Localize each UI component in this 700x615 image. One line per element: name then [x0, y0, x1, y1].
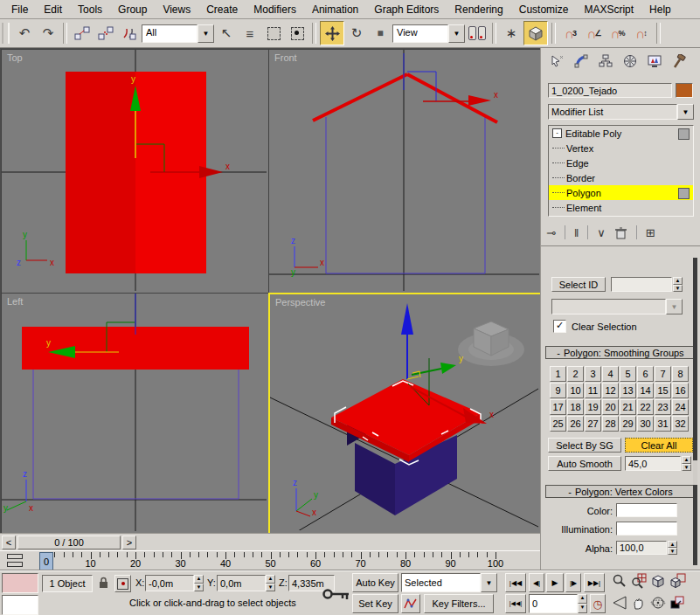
gizmo-y-arrow[interactable] — [440, 363, 456, 374]
show-end-result-button[interactable]: ‖ — [574, 226, 579, 239]
menu-graph-editors[interactable]: Graph Editors — [366, 2, 447, 17]
smoothing-group-22[interactable]: 22 — [637, 399, 654, 415]
stack-item-vertex[interactable]: Vertex — [549, 141, 693, 155]
play-button[interactable]: ▶ — [546, 573, 564, 592]
bind-to-space-warp-button[interactable] — [118, 22, 141, 45]
zoom-extents-all-button[interactable] — [669, 573, 686, 592]
previous-frame-playback-button[interactable]: ◀| — [529, 573, 544, 592]
auto-smooth-field[interactable]: 45,0 — [625, 456, 681, 471]
smoothing-group-19[interactable]: 19 — [585, 399, 601, 415]
menu-animation[interactable]: Animation — [304, 2, 366, 17]
toolbar-grip[interactable] — [2, 23, 10, 44]
smoothing-group-5[interactable]: 5 — [620, 366, 636, 382]
viewport-perspective[interactable]: y x z y x Perspective — [268, 293, 544, 536]
keyboard-shortcut-override-toggle[interactable] — [523, 21, 548, 45]
smoothing-group-28[interactable]: 28 — [602, 416, 619, 432]
spinner-down-icon[interactable]: ▼ — [673, 285, 683, 293]
current-frame-spinner[interactable]: ▲▼ — [578, 594, 587, 613]
window-crossing-toggle[interactable] — [286, 22, 308, 45]
smoothing-group-2[interactable]: 2 — [567, 366, 584, 382]
smoothing-group-30[interactable]: 30 — [637, 416, 654, 432]
select-and-link-button[interactable] — [71, 22, 94, 45]
smoothing-group-10[interactable]: 10 — [567, 383, 584, 398]
x-coord-field[interactable]: -0,0m — [145, 575, 194, 591]
previous-frame-button[interactable]: < — [2, 536, 16, 549]
collapse-icon[interactable]: - — [552, 128, 562, 138]
next-frame-button[interactable]: > — [122, 536, 136, 549]
mirror-button[interactable] — [466, 22, 489, 45]
smoothing-group-26[interactable]: 26 — [567, 416, 584, 432]
redo-button[interactable]: ↷ — [37, 22, 59, 45]
smoothing-groups-rollout-header[interactable]: - Polygon: Smoothing Groups — [545, 346, 696, 359]
rectangular-selection-region-button[interactable] — [262, 22, 285, 45]
smoothing-group-11[interactable]: 11 — [585, 383, 601, 398]
pin-stack-button[interactable]: ⊸ — [546, 226, 556, 239]
object-color-swatch[interactable] — [676, 83, 693, 98]
select-and-manipulate-button[interactable]: ∗ — [500, 22, 523, 45]
smoothing-group-21[interactable]: 21 — [620, 399, 636, 415]
gizmo-x-arrow[interactable] — [468, 95, 491, 106]
open-mini-curve-editor-button[interactable] — [3, 553, 26, 568]
make-unique-button[interactable]: ∨ — [597, 226, 606, 239]
key-mode-toggle[interactable]: |◀◀| — [505, 594, 526, 613]
smoothing-group-9[interactable]: 9 — [550, 383, 566, 398]
smoothing-group-8[interactable]: 8 — [672, 366, 689, 382]
stack-item-editable-poly[interactable]: -Editable Poly — [549, 126, 693, 141]
modifier-stack-list[interactable]: -Editable PolyVertexEdgeBorderPolygonEle… — [548, 125, 694, 217]
smoothing-group-31[interactable]: 31 — [655, 416, 671, 432]
clear-selection-checkbox[interactable]: ✓ — [553, 320, 566, 333]
zoom-extents-button[interactable] — [650, 573, 667, 592]
viewport-label-top[interactable]: Top — [7, 52, 23, 63]
time-slider-handle[interactable]: 0 — [39, 552, 53, 570]
stack-item-border[interactable]: Border — [549, 170, 693, 185]
smoothing-group-18[interactable]: 18 — [567, 399, 584, 415]
spinner-down-icon[interactable]: ▼ — [682, 464, 691, 472]
house-model[interactable] — [331, 379, 481, 515]
auto-smooth-spinner[interactable]: ▲ ▼ — [682, 456, 691, 471]
undo-button[interactable]: ↶ — [13, 22, 36, 45]
select-and-rotate-button[interactable]: ↻ — [345, 22, 368, 45]
viewport-front[interactable]: x z x y Front — [268, 49, 542, 294]
menu-views[interactable]: Views — [155, 2, 198, 17]
auto-key-button[interactable]: Auto Key — [352, 573, 399, 592]
vertex-color-swatch[interactable] — [616, 503, 677, 517]
spinner-up-icon[interactable]: ▲ — [673, 277, 683, 285]
scrollbar-thumb[interactable] — [693, 460, 697, 485]
menu-customize[interactable]: Customize — [511, 2, 577, 17]
zoom-button[interactable] — [612, 573, 628, 592]
spinner-down-icon[interactable]: ▼ — [668, 548, 677, 555]
clear-all-button[interactable]: Clear All — [625, 438, 693, 453]
key-filters-button[interactable]: Key Filters... — [424, 594, 494, 613]
object-name-field[interactable]: 1_0200_Tejado — [548, 83, 672, 98]
gizmo-x-arrow[interactable] — [199, 166, 223, 178]
smoothing-group-16[interactable]: 16 — [672, 383, 689, 398]
time-configuration-button[interactable]: ◷ — [590, 594, 606, 613]
menu-edit[interactable]: Edit — [36, 2, 70, 17]
select-id-field[interactable] — [611, 277, 672, 292]
snap-toggle-3d[interactable]: ∩3 — [559, 22, 582, 45]
selection-set-dropdown[interactable]: Selected ▼ — [401, 573, 497, 592]
unlink-selection-button[interactable] — [94, 22, 117, 45]
chevron-down-icon[interactable]: ▼ — [198, 24, 214, 43]
pan-button[interactable] — [631, 594, 648, 613]
select-object-button[interactable]: ↖ — [215, 22, 238, 45]
illumination-swatch[interactable] — [616, 522, 677, 536]
alpha-spinner[interactable]: ▲ ▼ — [668, 541, 677, 555]
roof-selected[interactable] — [331, 379, 481, 455]
panel-scrollbar[interactable] — [693, 258, 697, 565]
smoothing-group-27[interactable]: 27 — [585, 416, 601, 432]
default-in-out-tangents-button[interactable] — [401, 594, 420, 613]
tab-modify[interactable] — [569, 51, 593, 72]
spinner-up-icon[interactable]: ▲ — [668, 541, 677, 548]
viewport-top[interactable]: y x y z x Top — [1, 49, 269, 294]
configure-modifier-sets-button[interactable]: ⊞ — [646, 226, 655, 239]
y-coord-field[interactable]: 0,0m — [217, 575, 266, 591]
zoom-all-button[interactable] — [631, 573, 648, 592]
smoothing-group-17[interactable]: 17 — [550, 399, 566, 415]
stack-item-element[interactable]: Element — [549, 200, 693, 215]
gizmo-z-arrow[interactable] — [401, 303, 413, 335]
chevron-down-icon[interactable]: ▼ — [448, 24, 465, 43]
roof-edge[interactable] — [313, 74, 407, 121]
tab-motion[interactable] — [618, 51, 641, 72]
viewport-label-front[interactable]: Front — [274, 52, 297, 63]
